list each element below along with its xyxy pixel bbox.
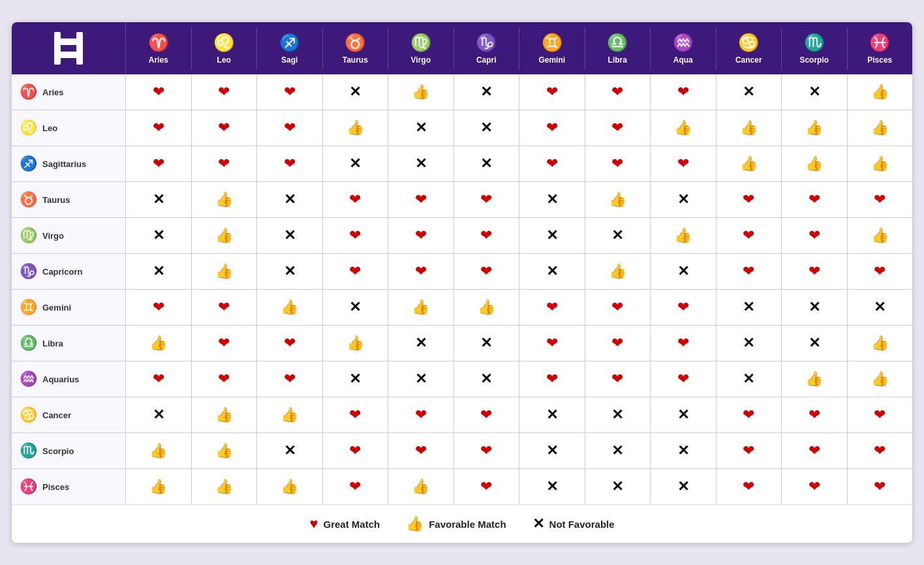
cell-aquarius-leo: ❤ bbox=[192, 361, 258, 397]
thumb-symbol: 👍 bbox=[805, 155, 823, 172]
sign-icon-aries: ♈ bbox=[148, 33, 169, 53]
sign-label-virgo: Virgo bbox=[411, 55, 431, 65]
heart-symbol: ❤ bbox=[480, 442, 492, 459]
cell-taurus-aries: ✕ bbox=[126, 182, 192, 217]
cell-cancer-libra: ✕ bbox=[585, 397, 651, 433]
thumb-symbol: 👍 bbox=[871, 84, 889, 100]
cell-pisces-leo: 👍 bbox=[192, 469, 258, 504]
svg-rect-1 bbox=[76, 32, 83, 65]
cell-aquarius-gemini: ❤ bbox=[519, 361, 585, 397]
row-label-gemini: Gemini bbox=[42, 303, 71, 313]
heart-symbol: ❤ bbox=[349, 478, 361, 495]
legend-not-favorable: ✕ Not Favorable bbox=[532, 515, 615, 532]
cell-gemini-cancer: ✕ bbox=[716, 290, 782, 325]
heart-symbol: ❤ bbox=[284, 84, 296, 100]
heart-symbol: ❤ bbox=[743, 406, 754, 423]
header-sign-gemini: ♊ Gemini bbox=[519, 27, 585, 70]
heart-symbol: ❤ bbox=[349, 227, 361, 244]
cell-sagittarius-cancer: 👍 bbox=[716, 146, 782, 181]
cell-pisces-cancer: ❤ bbox=[716, 469, 782, 504]
cell-taurus-taurus: ❤ bbox=[323, 182, 389, 217]
cell-capricorn-capri: ❤ bbox=[454, 254, 520, 289]
thumb-symbol: 👍 bbox=[871, 371, 889, 388]
row-header-taurus: ♉ Taurus bbox=[12, 182, 126, 217]
cell-gemini-taurus: ✕ bbox=[323, 290, 389, 325]
cell-gemini-aries: ❤ bbox=[126, 290, 192, 325]
cross-symbol: ✕ bbox=[415, 335, 427, 352]
row-label-cancer: Cancer bbox=[42, 410, 71, 420]
cell-pisces-pisces: ❤ bbox=[848, 469, 913, 504]
thumb-symbol: 👍 bbox=[609, 263, 626, 280]
cell-taurus-capri: ❤ bbox=[454, 182, 520, 217]
heart-symbol: ❤ bbox=[349, 191, 361, 208]
cell-aries-aqua: ❤ bbox=[651, 74, 716, 110]
heart-symbol: ❤ bbox=[480, 227, 492, 244]
cell-leo-virgo: ✕ bbox=[388, 110, 454, 145]
row-header-scorpio: ♏ Scorpio bbox=[12, 433, 126, 468]
header-columns: ♈ Aries ♌ Leo ♐ Sagi ♉ Taurus ♍ Virgo ♑ … bbox=[126, 27, 912, 70]
cell-capricorn-scorpio: ❤ bbox=[782, 254, 848, 289]
cell-capricorn-virgo: ❤ bbox=[388, 254, 454, 289]
cell-leo-libra: ❤ bbox=[585, 110, 651, 145]
header-sign-virgo: ♍ Virgo bbox=[388, 27, 454, 70]
thumb-symbol: 👍 bbox=[346, 335, 364, 352]
row-label-aries: Aries bbox=[42, 87, 64, 97]
heart-symbol: ❤ bbox=[874, 191, 886, 208]
compatibility-table: ♈ Aries ♌ Leo ♐ Sagi ♉ Taurus ♍ Virgo ♑ … bbox=[12, 22, 912, 543]
heart-symbol: ❤ bbox=[218, 155, 230, 172]
row-cells-leo: ❤❤❤👍✕✕❤❤👍👍👍👍 bbox=[126, 110, 912, 145]
cell-leo-aries: ❤ bbox=[126, 110, 192, 145]
thumb-symbol: 👍 bbox=[740, 119, 758, 136]
heart-symbol: ❤ bbox=[611, 84, 623, 100]
cell-capricorn-taurus: ❤ bbox=[323, 254, 389, 289]
cell-libra-scorpio: ✕ bbox=[782, 326, 848, 361]
cell-aries-scorpio: ✕ bbox=[782, 74, 848, 110]
cell-aries-libra: ❤ bbox=[585, 74, 651, 110]
cross-symbol: ✕ bbox=[153, 263, 164, 280]
heart-symbol: ❤ bbox=[546, 299, 558, 316]
table-row-sagittarius: ♐ Sagittarius ❤❤❤✕✕✕❤❤❤👍👍👍 bbox=[12, 146, 912, 182]
cell-scorpio-leo: 👍 bbox=[192, 433, 258, 468]
cell-virgo-taurus: ❤ bbox=[323, 218, 389, 253]
row-cells-aries: ❤❤❤✕👍✕❤❤❤✕✕👍 bbox=[126, 74, 912, 110]
cell-capricorn-pisces: ❤ bbox=[848, 254, 913, 289]
cell-gemini-virgo: 👍 bbox=[388, 290, 454, 325]
heart-symbol: ❤ bbox=[611, 119, 623, 136]
row-label-virgo: Virgo bbox=[42, 231, 64, 241]
heart-symbol: ❤ bbox=[808, 478, 820, 495]
sign-label-libra: Libra bbox=[608, 55, 627, 65]
sign-label-aqua: Aqua bbox=[673, 55, 693, 65]
header-sign-scorpio: ♏ Scorpio bbox=[782, 27, 848, 70]
thumb-symbol: 👍 bbox=[805, 119, 823, 136]
heart-symbol: ❤ bbox=[218, 84, 230, 100]
cell-leo-taurus: 👍 bbox=[323, 110, 389, 145]
cell-cancer-leo: 👍 bbox=[192, 397, 258, 433]
heart-symbol: ❤ bbox=[677, 299, 689, 316]
cross-symbol: ✕ bbox=[349, 299, 361, 316]
sign-label-leo: Leo bbox=[217, 55, 231, 65]
data-rows: ♈ Aries ❤❤❤✕👍✕❤❤❤✕✕👍 ♌ Leo ❤❤❤👍✕✕❤❤👍👍👍👍 … bbox=[12, 74, 912, 504]
cross-symbol: ✕ bbox=[349, 155, 361, 172]
cross-symbol: ✕ bbox=[677, 263, 689, 280]
row-icon-virgo: ♍ bbox=[20, 227, 37, 244]
heart-symbol: ❤ bbox=[808, 191, 820, 208]
cell-sagittarius-capri: ✕ bbox=[454, 146, 520, 181]
cell-sagittarius-scorpio: 👍 bbox=[782, 146, 848, 181]
heart-symbol: ❤ bbox=[284, 371, 296, 388]
cell-aries-gemini: ❤ bbox=[519, 74, 585, 110]
cell-virgo-pisces: 👍 bbox=[848, 218, 913, 253]
thumb-symbol: 👍 bbox=[871, 119, 889, 136]
table-row-libra: ♎ Libra 👍❤❤👍✕✕❤❤❤✕✕👍 bbox=[12, 326, 912, 361]
row-cells-cancer: ✕👍👍❤❤❤✕✕✕❤❤❤ bbox=[126, 397, 912, 433]
cross-symbol: ✕ bbox=[546, 263, 558, 280]
cell-libra-leo: ❤ bbox=[192, 326, 258, 361]
heart-symbol: ❤ bbox=[153, 155, 164, 172]
cell-scorpio-cancer: ❤ bbox=[716, 433, 782, 468]
cell-aries-capri: ✕ bbox=[454, 74, 520, 110]
cell-sagittarius-aqua: ❤ bbox=[651, 146, 716, 181]
row-cells-virgo: ✕👍✕❤❤❤✕✕👍❤❤👍 bbox=[126, 218, 912, 253]
row-cells-scorpio: 👍👍✕❤❤❤✕✕✕❤❤❤ bbox=[126, 433, 912, 468]
cross-symbol: ✕ bbox=[874, 299, 886, 316]
cell-virgo-libra: ✕ bbox=[585, 218, 651, 253]
logo-icon bbox=[49, 29, 88, 68]
